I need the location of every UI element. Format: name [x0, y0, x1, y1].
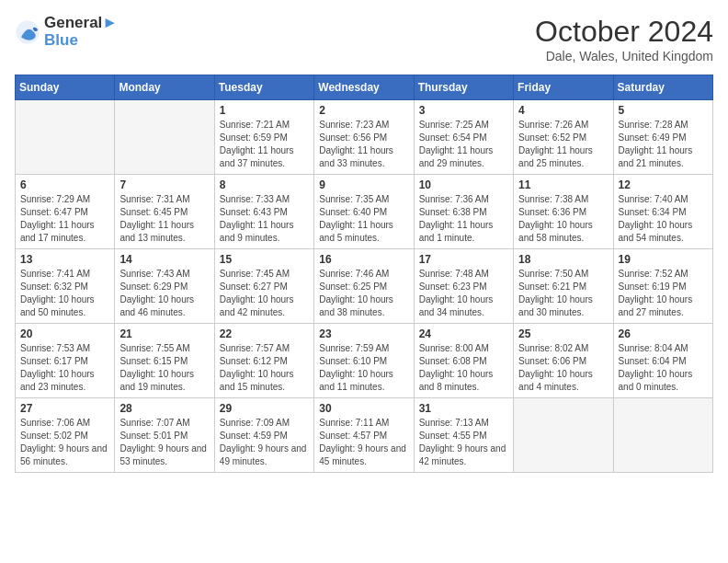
day-info: Sunrise: 7:13 AMSunset: 4:55 PMDaylight:…: [419, 417, 508, 468]
logo-icon: [15, 19, 40, 45]
day-info: Sunrise: 7:31 AMSunset: 6:45 PMDaylight:…: [119, 193, 209, 245]
day-number: 19: [619, 253, 708, 266]
calendar-cell: [613, 398, 712, 473]
calendar-cell: [514, 398, 613, 473]
location-subtitle: Dale, Wales, United Kingdom: [535, 49, 713, 63]
column-header-wednesday: Wednesday: [314, 75, 414, 100]
day-number: 24: [419, 327, 508, 340]
calendar-cell: 20Sunrise: 7:53 AMSunset: 6:17 PMDayligh…: [16, 324, 115, 398]
column-header-friday: Friday: [514, 75, 613, 100]
day-number: 18: [518, 253, 608, 266]
calendar-cell: 25Sunrise: 8:02 AMSunset: 6:06 PMDayligh…: [514, 324, 613, 398]
day-number: 27: [20, 402, 109, 415]
calendar-table: SundayMondayTuesdayWednesdayThursdayFrid…: [15, 75, 713, 473]
day-number: 30: [319, 402, 408, 415]
day-number: 6: [20, 178, 109, 191]
calendar-cell: 30Sunrise: 7:11 AMSunset: 4:57 PMDayligh…: [314, 398, 414, 473]
calendar-cell: 11Sunrise: 7:38 AMSunset: 6:36 PMDayligh…: [514, 175, 613, 249]
week-row-5: 27Sunrise: 7:06 AMSunset: 5:02 PMDayligh…: [16, 398, 713, 473]
column-header-monday: Monday: [115, 75, 214, 100]
page-header: General► Blue October 2024 Dale, Wales, …: [15, 15, 713, 63]
day-number: 4: [518, 104, 608, 117]
title-block: October 2024 Dale, Wales, United Kingdom: [535, 15, 713, 63]
day-number: 10: [419, 178, 508, 191]
day-number: 31: [419, 402, 508, 415]
calendar-cell: 1Sunrise: 7:21 AMSunset: 6:59 PMDaylight…: [214, 100, 313, 175]
month-title: October 2024: [535, 15, 713, 49]
day-info: Sunrise: 7:25 AMSunset: 6:54 PMDaylight:…: [419, 119, 508, 170]
calendar-cell: 18Sunrise: 7:50 AMSunset: 6:21 PMDayligh…: [514, 249, 613, 324]
column-header-saturday: Saturday: [613, 75, 712, 100]
logo: General► Blue: [15, 15, 118, 49]
calendar-cell: 26Sunrise: 8:04 AMSunset: 6:04 PMDayligh…: [613, 324, 712, 398]
day-info: Sunrise: 7:06 AMSunset: 5:02 PMDaylight:…: [20, 417, 109, 468]
day-number: 8: [220, 178, 309, 191]
day-info: Sunrise: 7:36 AMSunset: 6:38 PMDaylight:…: [419, 193, 508, 245]
header-row: SundayMondayTuesdayWednesdayThursdayFrid…: [16, 75, 713, 100]
day-number: 3: [419, 104, 508, 117]
day-info: Sunrise: 7:07 AMSunset: 5:01 PMDaylight:…: [119, 417, 209, 468]
week-row-2: 6Sunrise: 7:29 AMSunset: 6:47 PMDaylight…: [16, 175, 713, 249]
day-number: 5: [619, 104, 708, 117]
calendar-cell: 3Sunrise: 7:25 AMSunset: 6:54 PMDaylight…: [414, 100, 513, 175]
calendar-cell: 10Sunrise: 7:36 AMSunset: 6:38 PMDayligh…: [414, 175, 513, 249]
calendar-cell: [16, 100, 115, 175]
calendar-cell: 14Sunrise: 7:43 AMSunset: 6:29 PMDayligh…: [115, 249, 214, 324]
week-row-4: 20Sunrise: 7:53 AMSunset: 6:17 PMDayligh…: [16, 324, 713, 398]
day-number: 21: [119, 327, 209, 340]
day-number: 13: [20, 253, 109, 266]
day-info: Sunrise: 7:43 AMSunset: 6:29 PMDaylight:…: [119, 268, 209, 319]
day-info: Sunrise: 7:50 AMSunset: 6:21 PMDaylight:…: [518, 268, 608, 319]
calendar-cell: 22Sunrise: 7:57 AMSunset: 6:12 PMDayligh…: [214, 324, 313, 398]
calendar-cell: 5Sunrise: 7:28 AMSunset: 6:49 PMDaylight…: [613, 100, 712, 175]
day-info: Sunrise: 7:41 AMSunset: 6:32 PMDaylight:…: [20, 268, 109, 319]
calendar-cell: 23Sunrise: 7:59 AMSunset: 6:10 PMDayligh…: [314, 324, 414, 398]
day-info: Sunrise: 7:59 AMSunset: 6:10 PMDaylight:…: [319, 342, 408, 394]
day-number: 28: [119, 402, 209, 415]
week-row-1: 1Sunrise: 7:21 AMSunset: 6:59 PMDaylight…: [16, 100, 713, 175]
day-info: Sunrise: 8:00 AMSunset: 6:08 PMDaylight:…: [419, 342, 508, 394]
logo-text: General► Blue: [44, 15, 118, 49]
day-info: Sunrise: 7:21 AMSunset: 6:59 PMDaylight:…: [220, 119, 309, 170]
day-info: Sunrise: 7:48 AMSunset: 6:23 PMDaylight:…: [419, 268, 508, 319]
calendar-cell: 16Sunrise: 7:46 AMSunset: 6:25 PMDayligh…: [314, 249, 414, 324]
day-number: 12: [619, 178, 708, 191]
day-number: 7: [119, 178, 209, 191]
day-info: Sunrise: 7:40 AMSunset: 6:34 PMDaylight:…: [619, 193, 708, 245]
day-number: 16: [319, 253, 408, 266]
day-number: 17: [419, 253, 508, 266]
day-info: Sunrise: 7:29 AMSunset: 6:47 PMDaylight:…: [20, 193, 109, 245]
day-info: Sunrise: 7:23 AMSunset: 6:56 PMDaylight:…: [319, 119, 408, 170]
calendar-cell: 12Sunrise: 7:40 AMSunset: 6:34 PMDayligh…: [613, 175, 712, 249]
calendar-cell: 8Sunrise: 7:33 AMSunset: 6:43 PMDaylight…: [214, 175, 313, 249]
calendar-cell: 13Sunrise: 7:41 AMSunset: 6:32 PMDayligh…: [16, 249, 115, 324]
calendar-cell: 19Sunrise: 7:52 AMSunset: 6:19 PMDayligh…: [613, 249, 712, 324]
day-info: Sunrise: 7:33 AMSunset: 6:43 PMDaylight:…: [220, 193, 309, 245]
day-number: 11: [518, 178, 608, 191]
day-info: Sunrise: 7:26 AMSunset: 6:52 PMDaylight:…: [518, 119, 608, 170]
calendar-cell: 7Sunrise: 7:31 AMSunset: 6:45 PMDaylight…: [115, 175, 214, 249]
day-info: Sunrise: 7:55 AMSunset: 6:15 PMDaylight:…: [119, 342, 209, 394]
calendar-cell: 6Sunrise: 7:29 AMSunset: 6:47 PMDaylight…: [16, 175, 115, 249]
day-info: Sunrise: 7:46 AMSunset: 6:25 PMDaylight:…: [319, 268, 408, 319]
day-info: Sunrise: 7:11 AMSunset: 4:57 PMDaylight:…: [319, 417, 408, 468]
calendar-cell: 9Sunrise: 7:35 AMSunset: 6:40 PMDaylight…: [314, 175, 414, 249]
column-header-thursday: Thursday: [414, 75, 513, 100]
day-number: 1: [220, 104, 309, 117]
calendar-cell: 27Sunrise: 7:06 AMSunset: 5:02 PMDayligh…: [16, 398, 115, 473]
day-number: 9: [319, 178, 408, 191]
day-number: 15: [220, 253, 309, 266]
day-info: Sunrise: 7:45 AMSunset: 6:27 PMDaylight:…: [220, 268, 309, 319]
day-number: 20: [20, 327, 109, 340]
day-info: Sunrise: 7:35 AMSunset: 6:40 PMDaylight:…: [319, 193, 408, 245]
day-number: 22: [220, 327, 309, 340]
day-number: 23: [319, 327, 408, 340]
calendar-cell: 15Sunrise: 7:45 AMSunset: 6:27 PMDayligh…: [214, 249, 313, 324]
day-number: 2: [319, 104, 408, 117]
calendar-cell: 28Sunrise: 7:07 AMSunset: 5:01 PMDayligh…: [115, 398, 214, 473]
day-number: 29: [220, 402, 309, 415]
day-info: Sunrise: 7:57 AMSunset: 6:12 PMDaylight:…: [220, 342, 309, 394]
calendar-cell: 31Sunrise: 7:13 AMSunset: 4:55 PMDayligh…: [414, 398, 513, 473]
calendar-cell: 2Sunrise: 7:23 AMSunset: 6:56 PMDaylight…: [314, 100, 414, 175]
column-header-tuesday: Tuesday: [214, 75, 313, 100]
